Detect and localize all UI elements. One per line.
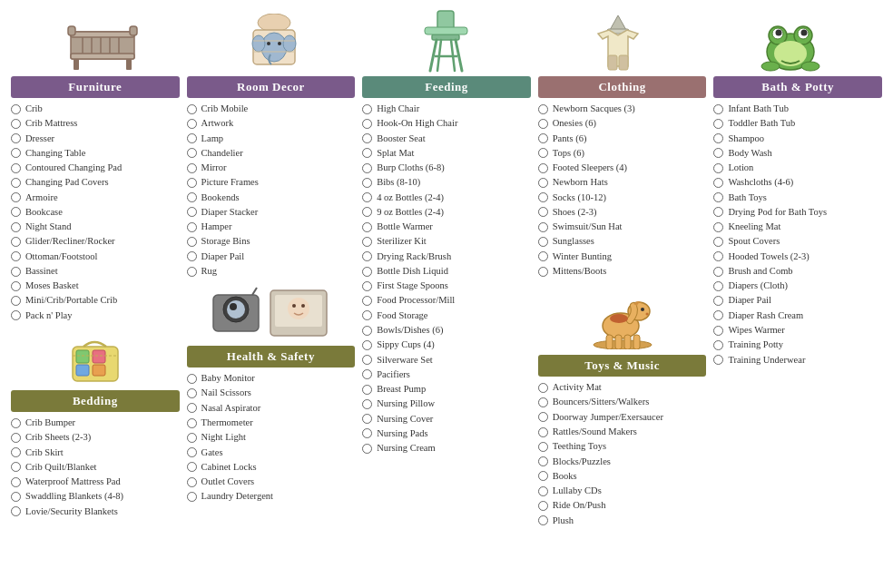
list-item: Storage Bins [187, 234, 356, 249]
list-item: Socks (10-12) [538, 191, 707, 205]
list-item: Activity Mat [538, 380, 707, 395]
svg-point-38 [776, 30, 782, 36]
list-item: Burp Cloths (6-8) [362, 161, 531, 175]
list-item: Brush and Comb [713, 264, 882, 279]
svg-point-62 [641, 308, 644, 311]
list-item: Onesies (6) [538, 116, 707, 131]
list-item: Washcloths (4-6) [713, 175, 882, 190]
list-item: Food Processor/Mill [362, 293, 531, 308]
svg-point-68 [610, 314, 628, 323]
svg-rect-45 [93, 350, 105, 363]
svg-rect-67 [633, 335, 640, 349]
roomdecor-list: Crib Mobile Artwork Lamp Chandelier Mirr… [187, 102, 356, 279]
list-item: Silverware Set [362, 353, 531, 368]
list-item: Cabinet Locks [187, 460, 356, 475]
list-item: Armoire [11, 191, 180, 205]
hamper-image [238, 9, 310, 73]
svg-point-51 [227, 300, 245, 318]
list-item: Lamp [187, 132, 356, 146]
toysmusic-header: Toys & Music [538, 355, 707, 377]
list-item: Bookcase [11, 205, 180, 220]
list-item: Toddler Bath Tub [713, 116, 882, 131]
list-item: Ottoman/Footstool [11, 250, 180, 264]
feeding-header: Feeding [362, 76, 531, 98]
list-item: Outlet Covers [187, 475, 356, 489]
clothing-header: Clothing [538, 76, 707, 98]
list-item: Rug [187, 264, 356, 279]
list-item: Hamper [187, 220, 356, 234]
list-item: Laundry Detergent [187, 489, 356, 504]
list-item: Dresser [11, 132, 180, 146]
list-item: Shampoo [713, 132, 882, 146]
roomdecor-header: Room Decor [187, 76, 356, 98]
svg-point-39 [801, 30, 808, 36]
list-item: Nursing Cream [362, 441, 531, 456]
svg-point-42 [801, 62, 819, 71]
col-furniture-bedding: Furniture Crib Crib Mattress Dresser Cha… [7, 76, 183, 526]
svg-rect-47 [93, 365, 105, 376]
list-item: Lotion [713, 161, 882, 175]
list-item: Wipes Warmer [713, 323, 882, 338]
svg-rect-46 [76, 365, 89, 376]
list-item: Crib Mobile [187, 102, 356, 116]
list-item: Sippy Cups (4) [362, 338, 531, 352]
diaper-bag-image [11, 330, 180, 385]
list-item: Diaper Rash Cream [713, 309, 882, 323]
list-item: Swaddling Blankets (4-8) [11, 489, 180, 504]
list-item: First Stage Spoons [362, 279, 531, 293]
svg-point-41 [761, 62, 780, 71]
list-item: Splat Mat [362, 146, 531, 161]
list-item: Books [538, 469, 707, 484]
col-clothing-toys: Clothing Newborn Sacques (3) Onesies (6)… [535, 76, 711, 535]
list-item: Training Underwear [713, 353, 882, 368]
list-item: Artwork [187, 116, 356, 131]
svg-point-14 [261, 33, 287, 62]
list-item: Diaper Stacker [187, 205, 356, 220]
list-item: Crib [11, 102, 180, 116]
list-item: Bath Toys [713, 191, 882, 205]
list-item: Diaper Pail [187, 250, 356, 264]
svg-rect-31 [608, 55, 617, 70]
monitor-image [187, 286, 356, 340]
list-item: Mirror [187, 161, 356, 175]
list-item: Bottle Warmer [362, 220, 531, 234]
bathpotty-header: Bath & Potty [713, 76, 882, 98]
list-item: Tops (6) [538, 146, 707, 161]
list-item: Diapers (Cloth) [713, 279, 882, 293]
list-item: Pacifiers [362, 368, 531, 382]
svg-point-12 [258, 14, 290, 32]
health-section: Health & Safety Baby Monitor Nail Scisso… [187, 346, 356, 504]
list-item: Chandelier [187, 146, 356, 161]
svg-point-40 [774, 41, 807, 66]
bathpotty-list: Infant Bath Tub Toddler Bath Tub Shampoo… [713, 102, 882, 368]
list-item: Newborn Sacques (3) [538, 102, 707, 116]
list-item: Hooded Towels (2-3) [713, 250, 882, 264]
page: Furniture Crib Crib Mattress Dresser Cha… [0, 0, 893, 544]
list-item: Bouncers/Sitters/Walkers [538, 395, 707, 409]
list-item: Contoured Changing Pad [11, 161, 180, 175]
feeding-list: High Chair Hook-On High Chair Booster Se… [362, 102, 531, 456]
list-item: Training Potty [713, 338, 882, 352]
svg-rect-2 [71, 54, 134, 59]
list-item: Plush [538, 514, 707, 528]
list-item: Winter Bunting [538, 250, 707, 264]
list-item: Crib Sheets (2-3) [11, 430, 180, 445]
crib-image [66, 9, 139, 73]
list-item: Mini/Crib/Portable Crib [11, 293, 180, 308]
svg-line-53 [252, 288, 257, 295]
list-item: Changing Table [11, 146, 180, 161]
list-item: 9 oz Bottles (2-4) [362, 205, 531, 220]
list-item: Nursing Cover [362, 412, 531, 426]
list-item: Blocks/Puzzles [538, 455, 707, 469]
list-item: Bottle Dish Liquid [362, 264, 531, 279]
list-item: Newborn Hats [538, 175, 707, 190]
list-item: Crib Quilt/Blanket [11, 460, 180, 475]
svg-point-57 [292, 304, 296, 308]
list-item: Sunglasses [538, 234, 707, 249]
list-item: Bowls/Dishes (6) [362, 323, 531, 338]
frog-image [754, 9, 827, 73]
list-item: Glider/Recliner/Rocker [11, 234, 180, 249]
list-item: Infant Bath Tub [713, 102, 882, 116]
list-item: Breast Pump [362, 382, 531, 397]
svg-point-63 [645, 313, 648, 316]
